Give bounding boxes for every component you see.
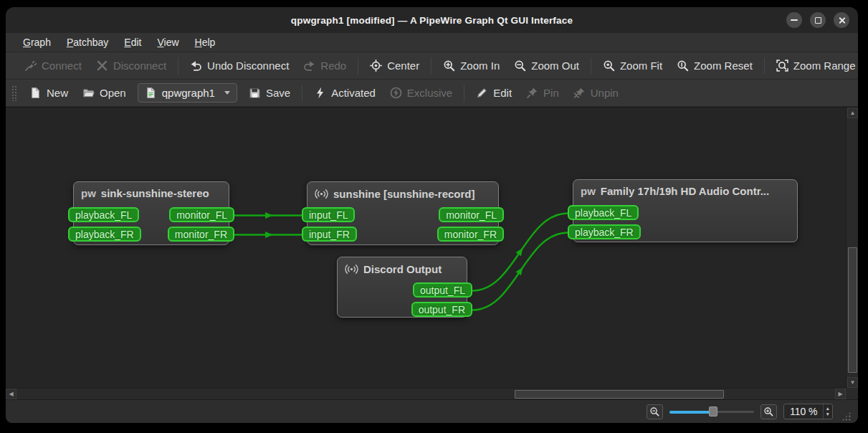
save-button[interactable]: Save: [242, 83, 297, 103]
zoom-range-button[interactable]: Zoom Range: [769, 56, 858, 75]
connect-icon: [24, 60, 37, 72]
toolbar-separator: [178, 57, 178, 75]
node-title: pwFamily 17h/19h HD Audio Contr...: [573, 180, 797, 197]
zoom-slider-fill: [669, 411, 713, 414]
new-icon: [29, 87, 42, 99]
save-icon: [249, 87, 261, 99]
activated-button[interactable]: Activated: [307, 83, 383, 103]
zoom-slider[interactable]: [669, 406, 754, 417]
connection-wires: [6, 108, 858, 399]
center-button[interactable]: Center: [363, 56, 426, 75]
edit-icon: [476, 87, 488, 99]
port-output_FL[interactable]: output_FL: [413, 282, 472, 298]
toolbar-separator: [431, 57, 431, 75]
spinbox-arrows[interactable]: ▲▼: [823, 404, 832, 419]
graph-canvas[interactable]: pwsink-sunshine-stereo playback_FLmonito…: [6, 107, 858, 399]
resize-grip[interactable]: [841, 411, 851, 421]
toolbar-drag-handle[interactable]: [11, 85, 16, 101]
patchbay-combo[interactable]: qpwgraph1: [138, 83, 237, 103]
patchbay-toolbar-items: NewOpenqpwgraph1SaveActivatedExclusiveEd…: [22, 83, 626, 103]
zoom-slider-handle[interactable]: [709, 406, 717, 417]
redo-button[interactable]: Redo: [296, 56, 353, 75]
exclusive-button[interactable]: Exclusive: [383, 83, 459, 103]
node-sunshine-sunshine-record[interactable]: sunshine [sunshine-record] input_FLmonit…: [307, 181, 499, 245]
zoom-out-icon: [514, 60, 526, 72]
stream-icon: [345, 262, 358, 276]
zoom-in-button[interactable]: Zoom In: [436, 56, 507, 75]
undo-icon: [190, 60, 202, 72]
edit-button[interactable]: Edit: [469, 83, 519, 103]
horizontal-scrollbar-thumb[interactable]: [515, 390, 724, 399]
pipewire-icon: pw: [81, 188, 96, 199]
port-playback_FR[interactable]: playback_FR: [68, 227, 141, 242]
center-icon: [370, 60, 382, 72]
open-button[interactable]: Open: [75, 83, 133, 103]
node-sink-sunshine-stereo[interactable]: pwsink-sunshine-stereo playback_FLmonito…: [73, 181, 229, 245]
port-monitor_FR[interactable]: monitor_FR: [168, 227, 234, 242]
unpin-button[interactable]: Unpin: [566, 83, 626, 103]
scroll-up-button[interactable]: ▲: [847, 108, 858, 118]
zoom-in-icon: [443, 60, 455, 72]
spin-down-icon: ▼: [826, 412, 830, 417]
port-playback_FL[interactable]: playback_FL: [568, 205, 639, 220]
vertical-scrollbar[interactable]: ▲ ▼: [846, 108, 858, 388]
zoom-out-icon: [649, 406, 660, 417]
app-window: qpwgraph1 [modified] — A PipeWire Graph …: [6, 7, 858, 423]
new-button[interactable]: New: [22, 83, 75, 103]
vertical-scrollbar-thumb[interactable]: [848, 247, 857, 373]
scroll-right-button[interactable]: ▶: [835, 389, 846, 399]
node-family-17h-19h-hd-audio-contr[interactable]: pwFamily 17h/19h HD Audio Contr... playb…: [573, 179, 798, 242]
port-input_FR[interactable]: input_FR: [302, 227, 357, 242]
button-label: Save: [266, 87, 290, 99]
close-button[interactable]: [834, 12, 849, 28]
toolbar-separator: [302, 85, 302, 102]
button-label: Zoom Range: [793, 60, 856, 72]
zoom-fit-icon: [603, 60, 615, 72]
menu-graph[interactable]: Graph: [16, 34, 58, 50]
doc-icon: [145, 87, 157, 99]
graph-toolbar: ConnectDisconnectUndo DisconnectRedoCent…: [6, 52, 858, 80]
menu-edit[interactable]: Edit: [117, 34, 148, 50]
port-input_FL[interactable]: input_FL: [302, 207, 355, 222]
port-output_FR[interactable]: output_FR: [411, 302, 472, 317]
zoom-percent-spinbox[interactable]: 110 % ▲▼: [783, 404, 833, 419]
window-title: qpwgraph1 [modified] — A PipeWire Graph …: [291, 15, 573, 26]
activated-icon: [314, 87, 326, 99]
node-discord-output[interactable]: Discord Output output_FLoutput_FR: [337, 257, 467, 318]
port-playback_FL[interactable]: playback_FL: [68, 207, 139, 222]
minimize-button[interactable]: [786, 12, 802, 28]
stream-icon: [315, 187, 328, 201]
disconnect-button[interactable]: Disconnect: [89, 56, 173, 75]
zoom-in-icon: [763, 406, 774, 417]
button-label: Unpin: [591, 87, 619, 99]
node-title-text: sink-sunshine-stereo: [101, 187, 209, 199]
undo-disconnect-button[interactable]: Undo Disconnect: [183, 56, 296, 75]
zoom-out-button[interactable]: Zoom Out: [507, 56, 586, 75]
close-icon: [838, 16, 846, 24]
port-monitor_FL[interactable]: monitor_FL: [439, 207, 504, 222]
button-label: Zoom Reset: [694, 60, 753, 72]
zoom-out-small-button[interactable]: [647, 404, 663, 419]
status-bar: 110 % ▲▼: [6, 399, 858, 423]
port-monitor_FL[interactable]: monitor_FL: [169, 207, 234, 222]
port-monitor_FR[interactable]: monitor_FR: [437, 227, 504, 242]
horizontal-scrollbar[interactable]: ◀ ▶: [6, 388, 846, 399]
redo-icon: [303, 60, 315, 72]
zoom-in-small-button[interactable]: [760, 404, 777, 419]
node-title-text: Discord Output: [363, 263, 442, 275]
menu-view[interactable]: View: [150, 34, 186, 50]
maximize-icon: [815, 17, 821, 24]
toolbar-separator: [464, 85, 464, 102]
connect-button[interactable]: Connect: [17, 56, 89, 75]
menu-patchbay[interactable]: Patchbay: [59, 34, 115, 50]
port-playback_FR[interactable]: playback_FR: [568, 224, 641, 239]
zoom-fit-button[interactable]: Zoom Fit: [596, 56, 669, 75]
scroll-down-button[interactable]: ▼: [847, 377, 858, 388]
scroll-left-button[interactable]: ◀: [6, 389, 16, 399]
maximize-button[interactable]: [810, 12, 826, 28]
button-label: Edit: [493, 87, 512, 99]
pin-button[interactable]: Pin: [519, 83, 566, 103]
menu-help[interactable]: Help: [188, 34, 223, 50]
zoom-reset-button[interactable]: Zoom Reset: [669, 56, 760, 75]
node-ports: input_FLmonitor_FLinput_FRmonitor_FR: [302, 207, 504, 242]
